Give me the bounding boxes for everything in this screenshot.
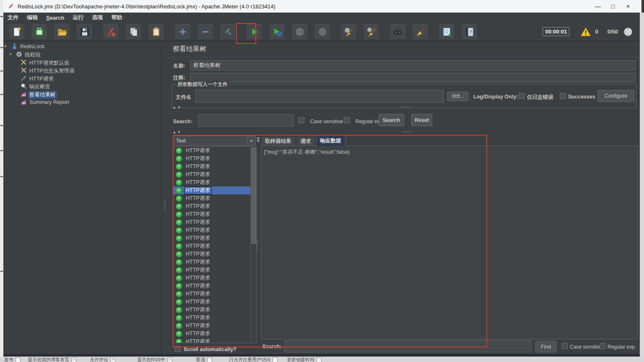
menu-options[interactable]: 选项 bbox=[88, 13, 107, 23]
tree-item-RedisLock[interactable]: ▼RedisLock bbox=[3, 42, 161, 50]
sampler-result-item[interactable]: ✓HTTP请求 bbox=[173, 226, 256, 234]
splitter-grip[interactable] bbox=[402, 131, 413, 133]
tree-item-线程组[interactable]: ▼线程组 bbox=[3, 50, 161, 58]
view-mode-dropdown[interactable]: Text ▼ bbox=[173, 136, 256, 146]
search-regex-checkbox[interactable] bbox=[344, 117, 350, 123]
tree-item-HTTP请求默认值[interactable]: HTTP请求默认值 bbox=[3, 58, 161, 66]
sampler-result-item[interactable]: ✓HTTP请求 bbox=[173, 250, 256, 258]
remove-button[interactable] bbox=[197, 23, 213, 40]
tab-取样器结果[interactable]: 取样器结果 bbox=[261, 136, 296, 146]
errors-only-checkbox[interactable] bbox=[519, 93, 525, 99]
templates-button[interactable] bbox=[31, 23, 47, 40]
sampler-result-item[interactable]: ✓HTTP请求 bbox=[173, 322, 256, 330]
minimize-button[interactable]: — bbox=[590, 0, 605, 13]
sampler-result-item[interactable]: ✓HTTP请求 bbox=[173, 234, 256, 242]
sampler-result-item[interactable]: ✓HTTP请求 bbox=[173, 218, 256, 226]
sampler-result-item[interactable]: ✓HTTP请求 bbox=[173, 258, 256, 266]
sampler-result-item[interactable]: ✓HTTP请求 bbox=[173, 306, 256, 314]
find-button[interactable]: Find bbox=[535, 341, 556, 352]
sampler-result-item[interactable]: ✓HTTP请求 bbox=[173, 242, 256, 250]
clear-all-button[interactable] bbox=[363, 23, 379, 40]
splitter-collapse-arrows[interactable]: ▲▼ bbox=[173, 130, 181, 134]
toggle-button[interactable] bbox=[220, 23, 236, 40]
sampler-result-item[interactable]: ✓HTTP请求 bbox=[173, 298, 256, 306]
expander-icon[interactable]: ▼ bbox=[9, 52, 12, 56]
footer-regex-checkbox[interactable] bbox=[600, 343, 605, 349]
sampler-result-item[interactable]: ✓HTTP请求 bbox=[173, 266, 256, 274]
scroll-automatically-checkbox[interactable] bbox=[175, 346, 181, 352]
sampler-result-item[interactable]: ✓HTTP请求 bbox=[173, 202, 256, 210]
new-button[interactable] bbox=[8, 23, 25, 40]
name-input[interactable] bbox=[190, 60, 636, 70]
results-splitter-grip[interactable] bbox=[256, 239, 259, 250]
sampler-result-item[interactable]: ✓HTTP请求 bbox=[173, 178, 256, 186]
list-scrollbar-thumb[interactable] bbox=[251, 147, 256, 244]
comment-input[interactable] bbox=[190, 73, 636, 82]
sampler-result-item[interactable]: ✓HTTP请求 bbox=[173, 282, 256, 290]
menu-edit[interactable]: 编辑 bbox=[23, 13, 42, 23]
tab-请求[interactable]: 请求 bbox=[296, 136, 315, 146]
configure-button[interactable]: Configure bbox=[597, 90, 634, 102]
splitter-collapse-arrows[interactable]: ▲▼ bbox=[173, 106, 181, 109]
open-button[interactable] bbox=[54, 23, 70, 40]
collapse-down-icon[interactable]: ▼ bbox=[177, 106, 181, 109]
sampler-result-item[interactable]: ✓HTTP请求 bbox=[173, 210, 256, 218]
sampler-result-item[interactable]: ✓HTTP请求 bbox=[173, 274, 256, 282]
chevron-down-icon[interactable]: ▼ bbox=[247, 136, 255, 145]
splitter-grip[interactable] bbox=[399, 106, 410, 109]
search-input[interactable] bbox=[198, 114, 293, 127]
add-button[interactable] bbox=[174, 23, 191, 40]
menu-file[interactable]: 文件 bbox=[3, 13, 23, 23]
sampler-result-item[interactable]: ✓HTTP请求 bbox=[173, 171, 256, 178]
tree-item-察看结果树[interactable]: 察看结果树 bbox=[3, 90, 161, 98]
tab-响应数据[interactable]: 响应数据 bbox=[316, 135, 345, 146]
list-scrollbar[interactable] bbox=[250, 147, 256, 343]
close-button[interactable]: × bbox=[621, 0, 636, 13]
filename-input[interactable] bbox=[195, 90, 444, 103]
clear-button[interactable] bbox=[340, 23, 357, 40]
sampler-result-item[interactable]: ✓HTTP请求 bbox=[173, 330, 256, 338]
menu-help[interactable]: 帮助 bbox=[107, 13, 126, 23]
splitter-grip[interactable] bbox=[164, 199, 166, 211]
sampler-result-item[interactable]: ✓HTTP请求 bbox=[173, 194, 256, 202]
menu-run[interactable]: 运行 bbox=[68, 13, 88, 23]
paste-button[interactable] bbox=[148, 23, 164, 40]
help-button[interactable]: ? bbox=[461, 23, 478, 40]
start-button[interactable] bbox=[246, 23, 262, 40]
start-no-pauses-button[interactable] bbox=[269, 23, 285, 40]
collapse-up-icon[interactable]: ▲ bbox=[173, 106, 176, 109]
successes-checkbox[interactable] bbox=[560, 93, 566, 99]
warning-icon[interactable] bbox=[580, 27, 591, 37]
results-splitter-collapse[interactable]: ◀◀ bbox=[257, 137, 259, 142]
sampler-result-item[interactable]: ✓HTTP请求 bbox=[173, 155, 256, 163]
tree-item-HTTP请求[interactable]: HTTP请求 bbox=[3, 74, 161, 82]
function-helper-button[interactable] bbox=[439, 23, 455, 40]
search-reset-button[interactable] bbox=[412, 23, 428, 40]
sampler-result-item[interactable]: ✓HTTP请求 bbox=[173, 314, 256, 322]
sampler-result-item[interactable]: ✓HTTP请求 bbox=[173, 338, 256, 343]
sampler-result-item[interactable]: ✓HTTP请求 bbox=[173, 186, 256, 194]
collapse-up-icon[interactable]: ▲ bbox=[173, 130, 176, 134]
tree-item-Summary Report[interactable]: Summary Report bbox=[3, 98, 161, 106]
search-button[interactable] bbox=[390, 23, 406, 40]
search-button[interactable]: Search bbox=[379, 114, 404, 126]
copy-button[interactable] bbox=[125, 23, 142, 40]
search-case-checkbox[interactable] bbox=[299, 117, 304, 123]
response-data-panel[interactable]: {"msg":"库存不足-熔断","result":false} bbox=[261, 145, 638, 339]
maximize-button[interactable]: □ bbox=[605, 0, 621, 13]
shutdown-button[interactable] bbox=[314, 23, 330, 40]
footer-case-checkbox[interactable] bbox=[562, 343, 568, 349]
sampler-result-item[interactable]: ✓HTTP请求 bbox=[173, 290, 256, 298]
expander-icon[interactable]: ▼ bbox=[4, 44, 7, 48]
menu-search[interactable]: Search bbox=[42, 13, 68, 22]
browse-button[interactable]: 浏览... bbox=[447, 92, 468, 101]
tree-item-HTTP信息头管理器[interactable]: HTTP信息头管理器 bbox=[3, 66, 161, 74]
reset-button[interactable]: Reset bbox=[411, 114, 432, 126]
collapse-down-icon[interactable]: ▼ bbox=[177, 130, 181, 134]
sampler-result-item[interactable]: ✓HTTP请求 bbox=[173, 147, 256, 155]
sampler-result-item[interactable]: ✓HTTP请求 bbox=[173, 163, 256, 171]
tree-item-响应断言[interactable]: 响应断言 bbox=[3, 82, 161, 90]
cut-button[interactable] bbox=[103, 23, 119, 40]
stop-button[interactable]: STOP bbox=[291, 23, 308, 40]
save-button[interactable] bbox=[76, 23, 93, 40]
